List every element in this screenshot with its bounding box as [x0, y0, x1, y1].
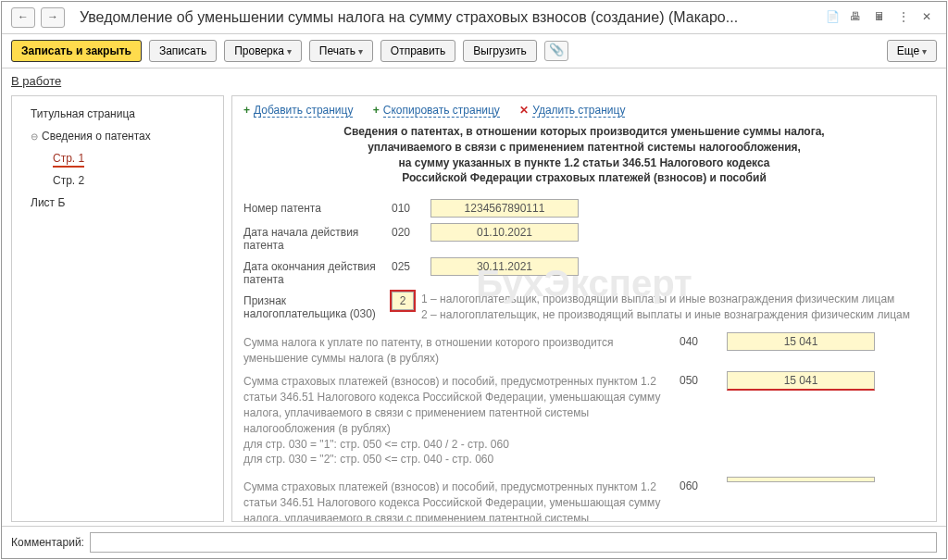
content: БухЭксперт +Добавить страницу +Скопирова… — [231, 95, 937, 522]
label-060: Сумма страховых платежей (взносов) и пос… — [243, 477, 669, 522]
code-025: 025 — [392, 257, 430, 273]
label-030: Признак налогоплательщика (030) — [243, 292, 392, 320]
sidebar-item-title-page[interactable]: Титульная страница — [12, 104, 223, 124]
desc-030: 1 – налогоплательщик, производящий выпла… — [414, 292, 925, 323]
tab-in-work[interactable]: В работе — [11, 74, 61, 88]
input-020[interactable]: 01.10.2021 — [430, 223, 579, 242]
label-020: Дата начала действия патента — [243, 223, 392, 252]
sidebar-item-page2[interactable]: Стр. 2 — [12, 170, 223, 191]
titlebar: ← → Уведомление об уменьшении суммы нало… — [2, 2, 946, 34]
more-button[interactable]: Еще — [887, 40, 937, 62]
row-050: Сумма страховых платежей (взносов) и пос… — [243, 371, 925, 467]
row-020: Дата начала действия патента 020 01.10.2… — [243, 223, 925, 252]
toolbar: Записать и закрыть Записать Проверка Печ… — [2, 34, 946, 68]
form-heading: Сведения о патентах, в отношении которых… — [281, 124, 888, 186]
delete-page-link[interactable]: ✕Удалить страницу — [519, 104, 625, 117]
row-060: Сумма страховых платежей (взносов) и пос… — [243, 477, 925, 522]
row-025: Дата окончания действия патента 025 30.1… — [243, 257, 925, 286]
label-040: Сумма налога к уплате по патенту, в отно… — [243, 332, 669, 367]
copy-page-link[interactable]: +Скопировать страницу — [373, 104, 500, 117]
add-page-link[interactable]: +Добавить страницу — [243, 104, 353, 117]
code-050: 050 — [669, 371, 708, 387]
comment-input[interactable] — [90, 532, 937, 553]
menu-icon[interactable]: ⋮ — [898, 10, 913, 25]
tabbar: В работе — [2, 68, 946, 92]
page-actions: +Добавить страницу +Скопировать страницу… — [243, 104, 925, 117]
label-025: Дата окончания действия патента — [243, 257, 392, 286]
code-040: 040 — [669, 332, 708, 348]
pin-icon[interactable]: 📄 — [826, 10, 841, 25]
input-040[interactable]: 15 041 — [727, 332, 875, 351]
check-button[interactable]: Проверка — [224, 40, 302, 62]
sidebar-item-page1[interactable]: Стр. 1 — [12, 148, 223, 168]
input-050[interactable]: 15 041 — [727, 371, 875, 391]
sidebar-item-sheet-b[interactable]: Лист Б — [12, 193, 223, 213]
export-button[interactable]: Выгрузить — [463, 40, 537, 62]
calc-icon[interactable]: 🖩 — [874, 10, 889, 25]
save-close-button[interactable]: Записать и закрыть — [11, 40, 142, 62]
row-010: Номер патента 010 1234567890111 — [243, 199, 925, 218]
forward-button[interactable]: → — [41, 7, 65, 28]
input-010[interactable]: 1234567890111 — [430, 199, 579, 218]
row-040: Сумма налога к уплате по патенту, в отно… — [243, 332, 925, 367]
print-icon[interactable]: 🖶 — [850, 10, 865, 25]
sidebar: Титульная страница Сведения о патентах С… — [11, 95, 224, 522]
back-button[interactable]: ← — [11, 7, 35, 28]
input-060[interactable] — [727, 477, 875, 482]
label-010: Номер патента — [243, 199, 392, 215]
save-button[interactable]: Записать — [149, 40, 217, 62]
window-title: Уведомление об уменьшении суммы налога н… — [80, 9, 817, 26]
input-025[interactable]: 30.11.2021 — [430, 257, 579, 276]
footer: Комментарий: — [2, 526, 946, 558]
code-020: 020 — [392, 223, 430, 239]
comment-label: Комментарий: — [11, 536, 84, 549]
code-010: 010 — [392, 199, 430, 215]
print-button[interactable]: Печать — [309, 40, 373, 62]
close-icon[interactable]: ✕ — [922, 10, 937, 25]
row-030: Признак налогоплательщика (030) 2 1 – на… — [243, 292, 925, 323]
send-button[interactable]: Отправить — [380, 40, 456, 62]
sidebar-item-patents[interactable]: Сведения о патентах — [12, 126, 223, 146]
input-030[interactable]: 2 — [392, 292, 414, 310]
attachment-icon[interactable]: 📎 — [544, 41, 568, 61]
code-060: 060 — [669, 477, 708, 492]
label-050: Сумма страховых платежей (взносов) и пос… — [243, 371, 669, 467]
